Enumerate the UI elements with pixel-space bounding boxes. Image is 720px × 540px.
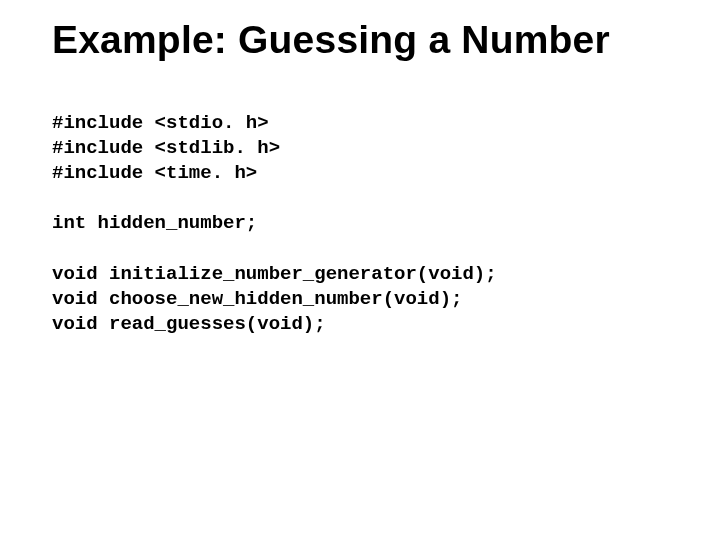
slide: Example: Guessing a Number #include <std… (0, 0, 720, 357)
code-line: #include <time. h> (52, 162, 257, 184)
slide-title: Example: Guessing a Number (52, 18, 688, 62)
code-line: #include <stdlib. h> (52, 137, 280, 159)
code-line: #include <stdio. h> (52, 112, 269, 134)
code-line: void initialize_number_generator(void); (52, 263, 497, 285)
code-block: #include <stdio. h> #include <stdlib. h>… (52, 86, 688, 337)
code-line: void read_guesses(void); (52, 313, 326, 335)
code-line: int hidden_number; (52, 212, 257, 234)
code-line: void choose_new_hidden_number(void); (52, 288, 462, 310)
